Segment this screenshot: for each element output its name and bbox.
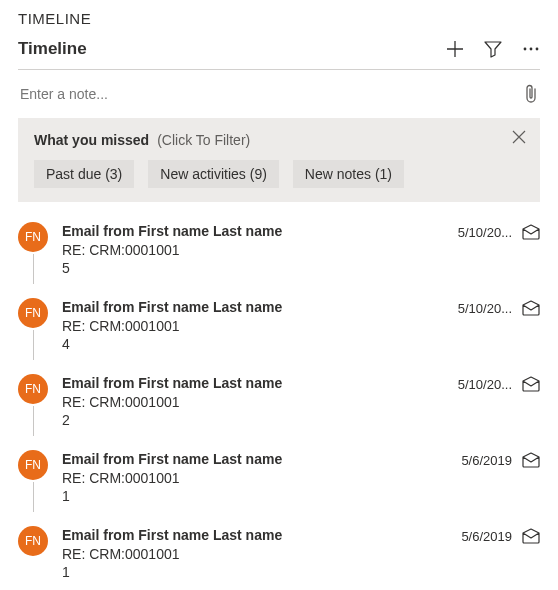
thread-line [33, 330, 34, 360]
avatar-column: FN [18, 450, 48, 512]
add-button[interactable] [446, 40, 464, 58]
item-date: 5/10/20... [458, 301, 512, 316]
svg-point-0 [524, 48, 527, 51]
thread-line [33, 482, 34, 512]
attach-button[interactable] [524, 84, 540, 104]
more-button[interactable] [522, 40, 540, 58]
thread-line [33, 406, 34, 436]
item-subject: RE: CRM:0001001 [62, 318, 444, 334]
timeline-item[interactable]: FNEmail from First name Last nameRE: CRM… [18, 288, 540, 364]
what-you-missed-panel: What you missed (Click To Filter) Past d… [18, 118, 540, 202]
more-horizontal-icon [522, 40, 540, 58]
item-number: 5 [62, 260, 444, 276]
item-title: Email from First name Last name [62, 298, 444, 316]
envelope-open-icon [522, 528, 540, 544]
item-type-icon [522, 376, 540, 392]
chip-new-activities[interactable]: New activities (9) [148, 160, 279, 188]
item-title: Email from First name Last name [62, 222, 444, 240]
note-input[interactable] [18, 85, 524, 103]
item-type-icon [522, 224, 540, 240]
item-date: 5/6/2019 [461, 529, 512, 544]
avatar: FN [18, 222, 48, 252]
plus-icon [446, 40, 464, 58]
item-meta: 5/10/20... [458, 298, 540, 316]
item-meta: 5/10/20... [458, 222, 540, 240]
filter-button[interactable] [484, 40, 502, 58]
item-number: 2 [62, 412, 444, 428]
item-body: Email from First name Last nameRE: CRM:0… [62, 298, 444, 352]
timeline-item[interactable]: FNEmail from First name Last nameRE: CRM… [18, 516, 540, 584]
avatar-column: FN [18, 526, 48, 556]
item-subject: RE: CRM:0001001 [62, 470, 447, 486]
timeline-items: FNEmail from First name Last nameRE: CRM… [18, 202, 540, 584]
timeline-item[interactable]: FNEmail from First name Last nameRE: CRM… [18, 364, 540, 440]
svg-point-1 [530, 48, 533, 51]
envelope-open-icon [522, 376, 540, 392]
item-meta: 5/6/2019 [461, 450, 540, 468]
avatar-column: FN [18, 298, 48, 360]
item-subject: RE: CRM:0001001 [62, 546, 447, 562]
item-type-icon [522, 528, 540, 544]
item-body: Email from First name Last nameRE: CRM:0… [62, 222, 444, 276]
envelope-open-icon [522, 300, 540, 316]
item-number: 4 [62, 336, 444, 352]
avatar: FN [18, 526, 48, 556]
item-title: Email from First name Last name [62, 450, 447, 468]
item-date: 5/10/20... [458, 225, 512, 240]
item-date: 5/6/2019 [461, 453, 512, 468]
avatar: FN [18, 298, 48, 328]
item-body: Email from First name Last nameRE: CRM:0… [62, 526, 447, 580]
item-type-icon [522, 300, 540, 316]
missed-subtitle[interactable]: (Click To Filter) [157, 132, 250, 148]
timeline-item[interactable]: FNEmail from First name Last nameRE: CRM… [18, 440, 540, 516]
missed-close-button[interactable] [512, 130, 526, 144]
item-title: Email from First name Last name [62, 374, 444, 392]
funnel-icon [484, 40, 502, 58]
avatar: FN [18, 374, 48, 404]
avatar: FN [18, 450, 48, 480]
avatar-column: FN [18, 374, 48, 436]
item-number: 1 [62, 488, 447, 504]
envelope-open-icon [522, 452, 540, 468]
thread-line [33, 254, 34, 284]
item-title: Email from First name Last name [62, 526, 447, 544]
item-body: Email from First name Last nameRE: CRM:0… [62, 450, 447, 504]
item-meta: 5/6/2019 [461, 526, 540, 544]
svg-point-2 [536, 48, 539, 51]
timeline-title: Timeline [18, 39, 87, 59]
note-row [18, 70, 540, 118]
paperclip-icon [524, 84, 538, 104]
timeline-item[interactable]: FNEmail from First name Last nameRE: CRM… [18, 212, 540, 288]
missed-title: What you missed [34, 132, 149, 148]
item-date: 5/10/20... [458, 377, 512, 392]
chip-new-notes[interactable]: New notes (1) [293, 160, 404, 188]
item-subject: RE: CRM:0001001 [62, 394, 444, 410]
avatar-column: FN [18, 222, 48, 284]
envelope-open-icon [522, 224, 540, 240]
item-body: Email from First name Last nameRE: CRM:0… [62, 374, 444, 428]
item-type-icon [522, 452, 540, 468]
filter-chips: Past due (3) New activities (9) New note… [34, 160, 524, 188]
item-meta: 5/10/20... [458, 374, 540, 392]
chip-past-due[interactable]: Past due (3) [34, 160, 134, 188]
item-number: 1 [62, 564, 447, 580]
timeline-header: Timeline [18, 33, 540, 69]
close-icon [512, 130, 526, 144]
item-subject: RE: CRM:0001001 [62, 242, 444, 258]
page-title: TIMELINE [18, 0, 540, 33]
